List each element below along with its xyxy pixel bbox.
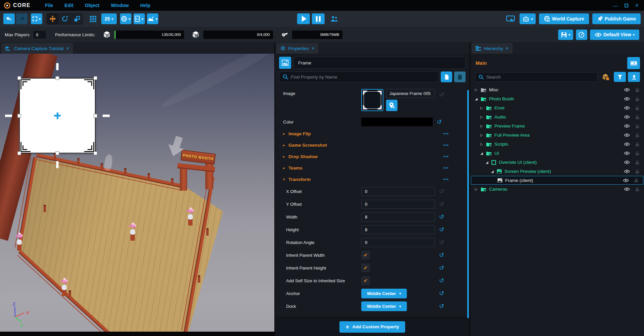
property-search-input[interactable] [291, 75, 435, 80]
lock-icon[interactable] [635, 160, 639, 165]
tree-row-photo-booth[interactable]: ◢ Photo Booth [470, 94, 644, 103]
resize-handle-bl[interactable] [17, 151, 21, 155]
show-assets-button[interactable] [600, 72, 612, 82]
visibility-eye-icon[interactable] [624, 142, 630, 146]
tab-hierarchy[interactable]: Hierarchy × [472, 43, 513, 54]
save-dropdown[interactable]: ▾ [558, 30, 573, 40]
reset-icon[interactable]: ↺ [439, 265, 444, 271]
reset-icon[interactable]: ↺ [439, 227, 444, 233]
resize-handle-mr[interactable] [94, 114, 97, 117]
visibility-eye-icon[interactable] [624, 187, 630, 191]
expand-arrow-icon[interactable]: ◢ [475, 97, 481, 101]
reset-icon[interactable]: ↺ [439, 278, 444, 284]
tree-row-frame-selected[interactable]: Frame (client) [471, 176, 643, 185]
pause-button[interactable] [312, 13, 325, 24]
properties-scrollbar[interactable] [467, 90, 469, 318]
section-more-button[interactable]: ••• [443, 131, 449, 136]
lock-icon[interactable] [635, 124, 639, 129]
reset-icon[interactable]: ↺ [439, 188, 444, 194]
height-input[interactable] [361, 225, 435, 234]
visibility-eye-icon[interactable] [624, 124, 630, 128]
resize-handle-tr[interactable] [94, 76, 97, 80]
section-image-flip[interactable]: ▸ Image Flip ••• [275, 128, 470, 139]
asset-locate-button[interactable] [386, 100, 397, 111]
rotation-angle-input[interactable] [361, 238, 435, 247]
close-tab-icon[interactable]: × [312, 46, 314, 51]
tab-camera-capture-tutorial[interactable]: Camera Capture Tutorial × [1, 43, 73, 54]
screen-share-button[interactable] [505, 13, 516, 24]
tree-row-preview-frame[interactable]: ▷ Preview Frame [470, 122, 644, 131]
expand-arrow-icon[interactable]: ▷ [480, 115, 486, 119]
multiplayer-preview-button[interactable] [329, 13, 340, 24]
reset-image-icon[interactable]: ↺ [439, 92, 444, 98]
add-custom-property-button[interactable]: + Add Custom Property [339, 321, 405, 333]
section-more-button[interactable]: ••• [443, 165, 449, 171]
section-more-button[interactable]: ••• [443, 143, 449, 148]
world-capture-button[interactable]: World Capture [539, 13, 589, 24]
undo-button[interactable] [3, 13, 15, 24]
tree-row-ui[interactable]: ◢ UI [470, 149, 644, 158]
menu-object[interactable]: Object [79, 3, 105, 8]
width-input[interactable] [361, 212, 435, 222]
filter-button[interactable] [614, 72, 626, 82]
expand-arrow-icon[interactable]: ▷ [475, 88, 481, 92]
hierarchy-search-field[interactable] [475, 72, 598, 82]
guide-handle-top[interactable] [56, 63, 59, 70]
tree-row-screen-preview[interactable]: ◢ Screen Preview (client) [470, 167, 644, 176]
maximize-button[interactable] [625, 4, 628, 7]
expand-arrow-icon[interactable]: ◢ [491, 170, 497, 173]
visibility-eye-icon[interactable] [624, 170, 630, 173]
close-tab-icon[interactable]: × [506, 46, 508, 51]
visibility-eye-icon[interactable] [624, 160, 630, 164]
y-offset-input[interactable] [361, 200, 435, 209]
visibility-eye-icon[interactable] [624, 88, 630, 92]
scene-capture-button[interactable] [627, 57, 640, 69]
menu-help[interactable]: Help [135, 3, 156, 8]
anchor-dropdown[interactable]: Middle Center ▾ [361, 289, 407, 298]
expand-arrow-icon[interactable]: ▷ [480, 142, 486, 146]
expand-arrow-icon[interactable]: ◢ [480, 151, 486, 155]
paste-properties-button[interactable] [454, 71, 466, 82]
tree-row-cameras[interactable]: ▷ Cameras [470, 185, 644, 194]
hierarchy-search-input[interactable] [486, 75, 594, 80]
resize-handle-tl[interactable] [17, 76, 21, 80]
lock-icon[interactable] [635, 106, 639, 110]
section-teams[interactable]: ▸ Teams ••• [275, 162, 470, 174]
selection-mode-dropdown[interactable]: ▾ [31, 13, 42, 24]
max-players-input[interactable] [33, 30, 46, 39]
lock-icon[interactable] [635, 151, 639, 156]
terrain-dropdown[interactable]: ▾ [147, 13, 158, 24]
menu-window[interactable]: Window [105, 3, 135, 8]
snap-size-dropdown[interactable]: 25 ▾ [101, 13, 117, 24]
expand-arrow-icon[interactable]: ◢ [486, 160, 491, 164]
expand-arrow-icon[interactable]: ▷ [475, 187, 481, 191]
guide-handle-right[interactable] [103, 114, 110, 117]
lock-icon[interactable] [635, 133, 639, 138]
visibility-eye-icon[interactable] [624, 115, 630, 119]
add-self-size-checkbox[interactable]: ✔ [361, 276, 370, 285]
minimize-button[interactable]: — [613, 3, 618, 8]
rotate-tool-button[interactable] [59, 13, 70, 24]
image-asset-name[interactable]: Japanese Frame 005 [386, 89, 435, 98]
inherit-parent-height-checkbox[interactable]: ✔ [361, 263, 370, 272]
expand-arrow-icon[interactable]: ▷ [480, 106, 486, 110]
section-transform[interactable]: ▾ Transform ••• [275, 174, 470, 185]
object-type-image-button[interactable] [279, 57, 291, 69]
default-view-dropdown[interactable]: Default View ▾ [590, 30, 639, 40]
tree-row-override-ui[interactable]: ◢ Override UI (client) [470, 158, 644, 167]
expand-arrow-icon[interactable]: ▷ [480, 133, 486, 137]
play-button[interactable] [297, 13, 310, 24]
script-dropdown[interactable]: ▾ [133, 13, 145, 24]
visibility-eye-icon[interactable] [624, 97, 630, 101]
publish-game-button[interactable]: Publish Game [592, 13, 641, 24]
lock-icon[interactable] [635, 115, 639, 119]
3d-viewport[interactable]: PHOTO BOOTH VIEW PHOTO [0, 54, 274, 336]
inherit-parent-width-checkbox[interactable]: ✔ [361, 251, 370, 259]
close-tab-icon[interactable]: × [66, 46, 69, 51]
tab-properties[interactable]: ⚙ Properties × [276, 43, 318, 54]
lock-icon[interactable] [635, 169, 639, 174]
dock-dropdown[interactable]: Middle Center ▾ [361, 301, 407, 311]
guide-handle-bottom[interactable] [56, 161, 59, 168]
export-button[interactable] [628, 72, 640, 82]
reset-icon[interactable]: ↺ [439, 214, 444, 220]
